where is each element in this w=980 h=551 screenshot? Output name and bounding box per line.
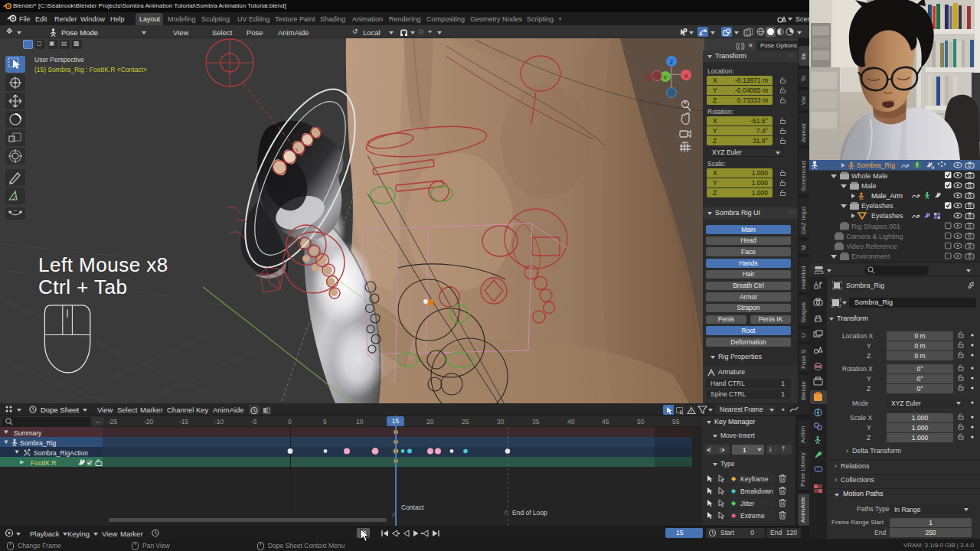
svg-text:Rig Shapes.001: Rig Shapes.001 [851, 223, 900, 230]
svg-text:Video Reference: Video Reference [846, 243, 897, 250]
svg-text:Eyelashes: Eyelashes [861, 202, 893, 210]
svg-text:Environment: Environment [851, 253, 890, 260]
svg-text:Camera & Lighting: Camera & Lighting [846, 233, 903, 240]
svg-text:Sombra_Rig: Sombra_Rig [857, 161, 895, 169]
svg-text:Male: Male [861, 182, 877, 190]
svg-text:Whole Male: Whole Male [851, 172, 888, 180]
svg-text:Y: Y [663, 74, 668, 81]
svg-text:Z: Z [670, 59, 674, 66]
svg-text:X: X [684, 73, 688, 80]
svg-text:Eyelashes: Eyelashes [871, 212, 903, 220]
svg-text:Male_Arm: Male_Arm [871, 192, 903, 200]
